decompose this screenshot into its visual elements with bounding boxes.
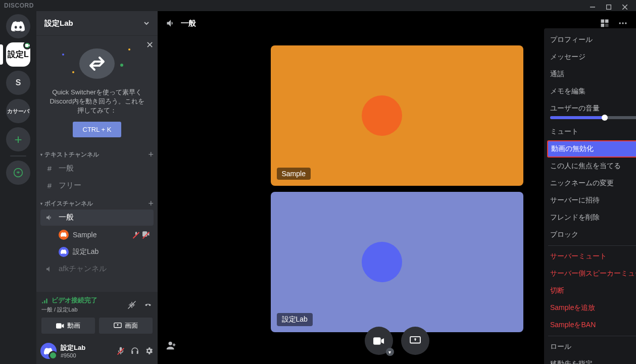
menu-focus[interactable]: この人に焦点を当てる: [544, 158, 636, 175]
video-button[interactable]: 動画: [41, 318, 95, 334]
menu-server-mute[interactable]: サーバーミュート: [544, 248, 636, 265]
user-context-menu: プロフィール メッセージ 通話 メモを編集 ユーザーの音量 ミュート✓ 動画の無…: [544, 28, 636, 364]
menu-server-deafen[interactable]: サーバー側スピーカーミュート: [544, 265, 636, 282]
hash-icon: #: [44, 181, 55, 190]
menu-disable-video[interactable]: 動画の無効化✓: [547, 140, 636, 158]
voice-channel-general[interactable]: 一般: [40, 210, 154, 226]
menu-invite-server[interactable]: サーバーに招待›: [544, 192, 636, 209]
video-tile-sample[interactable]: Sample: [271, 45, 523, 186]
grid-view-icon[interactable]: [600, 18, 610, 28]
guild-home[interactable]: [6, 14, 30, 38]
mic-muted-icon: [133, 231, 139, 238]
menu-call[interactable]: 通話: [544, 66, 636, 83]
window-close-button[interactable]: [618, 2, 632, 12]
tile-name: Sample: [277, 168, 311, 180]
self-discriminator: #9500: [61, 352, 85, 358]
more-icon[interactable]: [618, 18, 628, 28]
server-header[interactable]: 設定Lab: [36, 11, 158, 35]
compass-icon: [13, 168, 23, 178]
category-text[interactable]: ▾ テキストチャンネル +: [36, 145, 158, 160]
tile-name: 設定Lab: [277, 313, 313, 326]
gear-icon[interactable]: [144, 346, 154, 355]
guild-selected[interactable]: 設定L: [6, 42, 30, 67]
avatar: [59, 230, 69, 240]
add-channel-icon[interactable]: +: [148, 198, 154, 209]
caret-down-icon: ▾: [40, 201, 42, 206]
screen-icon: [410, 336, 421, 345]
discover-button[interactable]: [6, 161, 30, 185]
headphones-icon[interactable]: [130, 346, 139, 355]
voice-status: ビデオ接続完了: [41, 296, 97, 305]
menu-disconnect[interactable]: 切断: [544, 282, 636, 299]
signal-icon: [41, 297, 48, 304]
text-channel-free[interactable]: # フリー: [40, 178, 154, 194]
menu-ban[interactable]: SampleをBAN: [544, 317, 636, 334]
voice-user-sample[interactable]: Sample: [40, 227, 154, 243]
menu-roles[interactable]: ロール›: [544, 338, 636, 355]
main-content: 一般 Sample 設定Lab ▾: [158, 11, 636, 364]
menu-remove-friend[interactable]: フレンドを削除: [544, 209, 636, 226]
menu-mute[interactable]: ミュート✓: [544, 123, 636, 140]
menu-move-to[interactable]: 移動先を指定›: [544, 355, 636, 364]
speaker-icon: [44, 265, 55, 273]
avatar[interactable]: [40, 343, 57, 359]
camera-off-icon: [142, 231, 150, 238]
svg-rect-10: [605, 20, 609, 23]
guild-add-server-jp[interactable]: カサーバ: [6, 99, 30, 123]
svg-rect-9: [601, 20, 605, 23]
camera-icon: [373, 337, 384, 345]
avatar: [59, 247, 69, 257]
menu-profile[interactable]: プロフィール: [544, 31, 636, 48]
guild-label: S: [16, 78, 21, 87]
discord-logo-icon: [11, 21, 25, 31]
text-channel-general[interactable]: # 一般: [40, 161, 154, 177]
add-server-button[interactable]: +: [6, 127, 30, 151]
noise-suppression-icon[interactable]: [127, 300, 136, 309]
screen-share-toggle-button[interactable]: [401, 327, 429, 355]
voice-path: 一般 / 設定Lab: [41, 306, 97, 314]
channel-title: 一般: [181, 19, 196, 28]
window-maximize-button[interactable]: [602, 2, 616, 12]
voice-user-self[interactable]: 設定Lab: [40, 244, 154, 260]
svg-rect-12: [605, 24, 609, 27]
menu-kick[interactable]: Sampleを追放: [544, 299, 636, 317]
category-voice[interactable]: ▾ ボイスチャンネル +: [36, 194, 158, 209]
guild-label: 設定L: [8, 49, 29, 60]
add-channel-icon[interactable]: +: [148, 149, 154, 160]
svg-rect-11: [601, 24, 605, 27]
voice-channel-afk[interactable]: afkチャンネル: [40, 261, 154, 277]
svg-point-13: [619, 22, 621, 24]
voice-panel: ビデオ接続完了 一般 / 設定Lab 動画 画面: [36, 292, 158, 338]
swap-arrows-icon: [85, 56, 109, 72]
window-minimize-button[interactable]: [585, 2, 600, 12]
menu-edit-note[interactable]: メモを編集: [544, 83, 636, 100]
titlebar: DISCORD: [0, 0, 636, 11]
channel-sidebar: 設定Lab ✕ Quick Switcherを使って素早く Discord内を動…: [36, 11, 158, 364]
menu-user-volume[interactable]: ユーザーの音量: [544, 100, 636, 123]
self-username: 設定Lab: [61, 343, 85, 352]
screen-share-button[interactable]: 画面: [99, 318, 153, 334]
quickswitcher-text: Quick Switcherを使って素早く Discord内を動き回ろう。これを…: [44, 88, 150, 116]
user-panel: 設定Lab #9500: [36, 338, 158, 364]
camera-toggle-button[interactable]: ▾: [365, 327, 393, 355]
menu-block[interactable]: ブロック: [544, 226, 636, 243]
caret-down-icon: ▾: [40, 152, 42, 157]
app-wordmark: DISCORD: [4, 2, 34, 9]
server-name: 設定Lab: [44, 19, 73, 28]
chevron-down-icon: ▾: [386, 348, 394, 356]
video-badge-icon: [23, 41, 31, 49]
mic-icon[interactable]: [116, 346, 125, 355]
speaker-icon: [166, 18, 176, 28]
svg-point-14: [622, 22, 623, 24]
guild-label: カサーバ: [7, 108, 29, 115]
disconnect-call-icon[interactable]: [143, 300, 153, 309]
svg-point-15: [625, 22, 626, 24]
avatar: [362, 95, 402, 136]
menu-message[interactable]: メッセージ: [544, 48, 636, 66]
menu-change-nickname[interactable]: ニックネームの変更: [544, 175, 636, 192]
quickswitcher-button[interactable]: CTRL + K: [73, 122, 122, 137]
guild-s[interactable]: S: [6, 71, 30, 95]
video-tile-self[interactable]: 設定Lab: [271, 192, 523, 332]
speaker-icon: [44, 214, 55, 222]
volume-slider[interactable]: [550, 116, 636, 119]
